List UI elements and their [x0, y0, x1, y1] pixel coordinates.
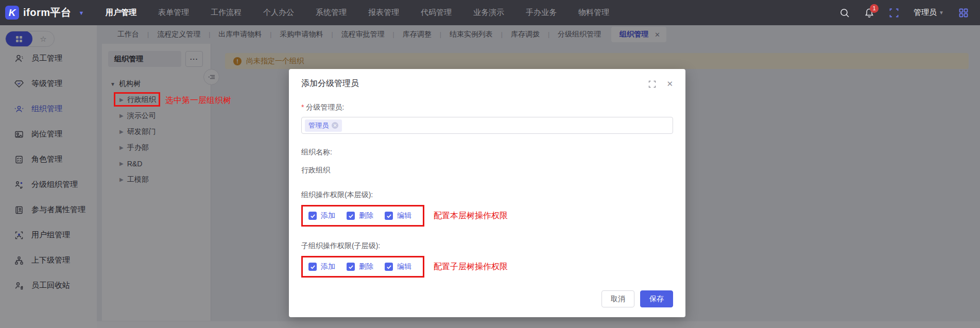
checkbox-edit[interactable]: 编辑: [385, 211, 411, 220]
dialog-title: 添加分级管理员: [301, 78, 359, 89]
org-name-label: 组织名称:: [301, 148, 673, 157]
dialog-close-icon[interactable]: ✕: [666, 79, 673, 89]
user-menu[interactable]: 管理员 ▼: [914, 8, 944, 18]
checkbox-delete[interactable]: 删除: [347, 211, 373, 220]
org-name-value: 行政组织: [301, 166, 673, 175]
menu-item-system-mgmt[interactable]: 系统管理: [316, 8, 347, 18]
checkbox-label: 删除: [359, 262, 373, 271]
menu-item-form-mgmt[interactable]: 表单管理: [158, 8, 189, 18]
checkbox-checked-icon[interactable]: [385, 263, 393, 271]
checkbox-checked-icon[interactable]: [308, 212, 317, 220]
tag-remove-icon[interactable]: ✕: [332, 122, 338, 129]
menu-item-workflow[interactable]: 工作流程: [211, 8, 242, 18]
admin-select-input[interactable]: 管理员 ✕: [301, 117, 673, 134]
menu-item-material-mgmt[interactable]: 物料管理: [578, 8, 609, 18]
checkbox-label: 编辑: [397, 262, 411, 271]
checkbox-label: 添加: [321, 211, 335, 220]
checkbox-checked-icon[interactable]: [347, 212, 355, 220]
logo-icon: K: [5, 6, 19, 20]
checkbox-label: 删除: [359, 211, 373, 220]
own-level-perm-group: 添加 删除 编辑: [301, 205, 424, 227]
menu-item-code-mgmt[interactable]: 代码管理: [421, 8, 452, 18]
search-icon[interactable]: [839, 8, 850, 18]
chevron-down-icon[interactable]: ▼: [79, 10, 84, 16]
checkbox-checked-icon[interactable]: [385, 212, 393, 220]
notification-bell-icon[interactable]: 1: [864, 8, 874, 18]
apps-grid-icon[interactable]: [958, 8, 969, 18]
app-title: iform平台: [23, 6, 72, 20]
checkbox-checked-icon[interactable]: [347, 263, 355, 271]
fullscreen-icon[interactable]: [889, 8, 899, 18]
tag-label: 管理员: [308, 121, 329, 130]
annotation-text-child-level: 配置子层树操作权限: [434, 262, 508, 272]
admin-field-label: 分级管理员:: [301, 103, 673, 112]
username: 管理员: [914, 8, 937, 18]
save-button[interactable]: 保存: [640, 290, 673, 307]
checkbox-checked-icon[interactable]: [308, 263, 317, 271]
child-level-perm-label: 子组织操作权限(子层级):: [301, 241, 673, 251]
add-hierarchical-admin-dialog: 添加分级管理员 ✕ 分级管理员: 管理员 ✕ 组织名称: 行政组织 组织操作权限…: [289, 69, 685, 317]
menu-item-personal-office[interactable]: 个人办公: [263, 8, 294, 18]
dialog-fullscreen-icon[interactable]: [648, 80, 656, 88]
menu-item-report-mgmt[interactable]: 报表管理: [368, 8, 399, 18]
own-level-perm-label: 组织操作权限(本层级):: [301, 191, 673, 200]
menu-item-business-demo[interactable]: 业务演示: [473, 8, 504, 18]
app-logo[interactable]: K iform平台 ▼: [0, 6, 90, 20]
checkbox-add[interactable]: 添加: [308, 211, 335, 220]
chevron-down-icon: ▼: [939, 10, 944, 15]
child-level-perm-group: 添加 删除 编辑: [301, 256, 424, 278]
cancel-button[interactable]: 取消: [601, 290, 634, 307]
selected-admin-tag: 管理员 ✕: [305, 119, 342, 132]
annotation-text-own-level: 配置本层树操作权限: [434, 211, 508, 221]
menu-item-user-mgmt[interactable]: 用户管理: [106, 8, 136, 18]
checkbox-label: 添加: [321, 262, 335, 271]
menu-item-shouban-business[interactable]: 手办业务: [526, 8, 557, 18]
top-menu: 用户管理 表单管理 工作流程 个人办公 系统管理 报表管理 代码管理 业务演示 …: [106, 8, 609, 18]
checkbox-add[interactable]: 添加: [308, 262, 335, 271]
topbar: K iform平台 ▼ 用户管理 表单管理 工作流程 个人办公 系统管理 报表管…: [0, 0, 980, 25]
checkbox-delete[interactable]: 删除: [347, 262, 373, 271]
checkbox-label: 编辑: [397, 211, 411, 220]
checkbox-edit[interactable]: 编辑: [385, 262, 411, 271]
notification-badge: 1: [870, 4, 879, 13]
